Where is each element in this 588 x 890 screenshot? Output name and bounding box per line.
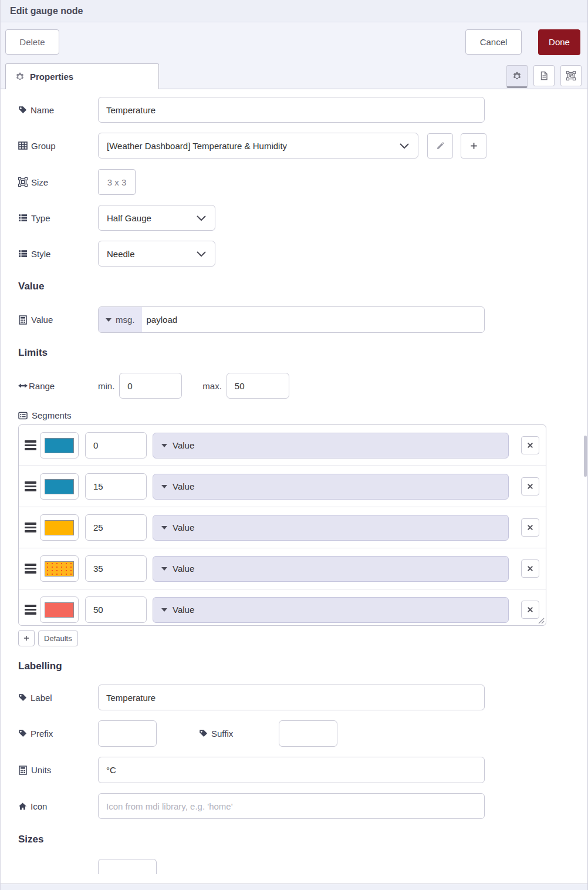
resize-handle[interactable] [536, 616, 545, 624]
chevron-down-icon [196, 213, 207, 222]
range-min-field[interactable] [119, 373, 182, 399]
suffix-label: Suffix [211, 729, 233, 739]
icon-field[interactable] [98, 793, 485, 819]
segment-color-button[interactable] [40, 514, 79, 541]
segment-color-swatch [45, 479, 74, 494]
segment-value-field[interactable] [85, 514, 147, 541]
dialog-title: Edit gauge node [10, 6, 83, 16]
tab-properties-label: Properties [30, 72, 73, 82]
segment-color-swatch [45, 561, 74, 577]
segment-color-swatch [45, 602, 74, 618]
segment-mode-select[interactable]: Value [153, 597, 509, 623]
segments-actions: Defaults [18, 630, 587, 646]
section-heading-limits: Limits [18, 347, 587, 359]
description-view-button[interactable] [533, 65, 555, 86]
tab-bar: Properties [1, 62, 587, 89]
caret-down-icon [161, 444, 167, 447]
segment-delete-button[interactable] [521, 477, 539, 495]
add-segment-button[interactable] [18, 630, 35, 646]
value-label-group: Value [18, 315, 98, 325]
appearance-view-button[interactable] [560, 65, 582, 86]
sizes-field-partial[interactable] [98, 859, 157, 874]
pencil-icon [436, 141, 445, 150]
drag-handle-icon[interactable] [25, 481, 36, 491]
done-button[interactable]: Done [538, 29, 580, 55]
prefix-field[interactable] [98, 720, 157, 747]
icon-label-group: Icon [18, 801, 98, 811]
defaults-button[interactable]: Defaults [38, 631, 78, 646]
caret-down-icon [161, 526, 167, 530]
name-field[interactable] [98, 97, 485, 123]
segment-row: Value [19, 548, 546, 589]
add-group-button[interactable] [461, 133, 486, 159]
segment-mode-label: Value [173, 564, 194, 574]
segment-mode-select[interactable]: Value [153, 433, 509, 459]
segment-value-field[interactable] [85, 596, 147, 623]
edit-group-button[interactable] [427, 133, 453, 159]
segment-color-button[interactable] [40, 555, 79, 582]
segment-value-field[interactable] [85, 555, 147, 582]
close-icon [526, 606, 534, 613]
editor-view-buttons [506, 65, 582, 88]
segments-list: Value Value Value [18, 424, 546, 626]
plus-icon [469, 141, 478, 150]
max-label: max. [202, 381, 222, 391]
suffix-field[interactable] [279, 720, 337, 747]
size-button[interactable]: 3 x 3 [98, 169, 136, 195]
value-typed-input[interactable]: msg. payload [98, 306, 485, 333]
segment-delete-button[interactable] [521, 559, 539, 578]
caret-down-icon [161, 608, 167, 612]
list-alt-icon [18, 411, 28, 420]
list-icon [18, 249, 28, 258]
style-select[interactable]: Needle [98, 241, 215, 267]
segment-delete-button[interactable] [521, 518, 539, 537]
typed-input-type-button[interactable]: msg. [99, 307, 142, 332]
drag-handle-icon[interactable] [25, 522, 36, 532]
type-select[interactable]: Half Gauge [98, 205, 215, 231]
chevron-down-icon [196, 249, 207, 258]
dialog-toolbar: Delete Cancel Done [1, 22, 587, 62]
segment-delete-button[interactable] [521, 436, 539, 454]
segment-color-button[interactable] [40, 596, 79, 623]
tag-icon [199, 729, 208, 738]
segment-color-swatch [45, 520, 74, 535]
segment-value-field[interactable] [85, 473, 147, 500]
object-group-icon [18, 177, 28, 187]
close-icon [526, 441, 534, 449]
prefix-label-group: Prefix [18, 729, 98, 739]
segment-mode-select[interactable]: Value [153, 474, 509, 500]
type-label-group: Type [18, 213, 98, 223]
group-select[interactable]: [Weather Dashboard] Temperature & Humidi… [98, 133, 418, 159]
scrollbar-thumb[interactable] [584, 436, 587, 477]
section-heading-labelling: Labelling [18, 660, 587, 672]
segments-label-group: Segments [18, 410, 587, 420]
gear-icon [512, 72, 522, 81]
style-label-group: Style [18, 249, 98, 259]
segment-value-field[interactable] [85, 432, 147, 459]
segment-mode-select[interactable]: Value [153, 556, 509, 582]
document-icon [539, 71, 549, 80]
segment-color-button[interactable] [40, 473, 79, 500]
type-label: Type [31, 213, 50, 223]
segment-mode-label: Value [173, 440, 194, 450]
segment-mode-select[interactable]: Value [153, 515, 509, 541]
range-max-field[interactable] [227, 373, 289, 399]
section-heading-value: Value [18, 281, 587, 292]
range-label-group: Range [18, 381, 98, 391]
plus-icon [23, 635, 30, 642]
close-icon [526, 565, 534, 572]
units-field[interactable] [98, 757, 485, 783]
tab-properties[interactable]: Properties [5, 63, 159, 89]
list-icon [18, 213, 28, 222]
name-label-group: Name [18, 105, 98, 115]
delete-button[interactable]: Delete [5, 29, 59, 55]
drag-handle-icon[interactable] [25, 440, 36, 450]
drag-handle-icon[interactable] [25, 564, 36, 574]
properties-view-button[interactable] [506, 65, 528, 88]
segment-row: Value [19, 425, 546, 466]
style-label: Style [31, 249, 50, 259]
segment-color-button[interactable] [40, 432, 79, 459]
label-field[interactable] [98, 685, 485, 710]
cancel-button[interactable]: Cancel [465, 29, 522, 55]
drag-handle-icon[interactable] [25, 605, 36, 615]
